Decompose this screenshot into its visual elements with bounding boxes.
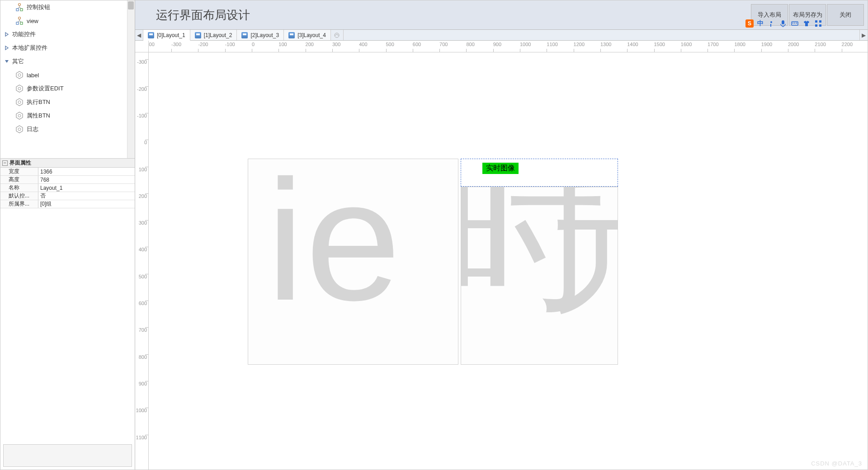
sogou-ime-icon[interactable]: S — [745, 19, 754, 28]
hex-icon — [15, 111, 24, 120]
tree-node-3[interactable]: 本地扩展控件 — [0, 41, 135, 55]
ruler-v-tick: 600 — [135, 301, 148, 306]
ime-toolbox-icon[interactable] — [814, 19, 822, 28]
realtime-image-label[interactable]: 实时图像 — [482, 163, 519, 174]
property-key: 所属界... — [0, 200, 38, 208]
properties-header[interactable]: − 界面属性 — [0, 159, 135, 168]
ime-lang-indicator[interactable]: 中 — [757, 19, 764, 28]
ruler-h-tick: 1500 — [654, 41, 665, 52]
component-tree: 控制按钮view功能控件本地扩展控件其它label参数设置EDIT执行BTN属性… — [0, 0, 135, 159]
property-editor[interactable] — [3, 444, 132, 467]
page-title: 运行界面布局设计 — [156, 7, 250, 23]
ruler-v-tick: 200 — [135, 193, 148, 199]
ruler-h-tick: 700 — [439, 41, 448, 52]
property-key: 默认控... — [0, 192, 38, 200]
collapse-icon[interactable] — [3, 58, 10, 65]
tree-node-0[interactable]: 控制按钮 — [0, 0, 135, 14]
svg-rect-19 — [815, 20, 817, 23]
design-canvas[interactable]: ie 实时图像 时 元 CSDN @DATA_3 — [149, 52, 868, 470]
ruler-h-tick: 1300 — [600, 41, 611, 52]
property-key: 宽度 — [0, 168, 38, 175]
property-value[interactable]: [0]组 — [38, 200, 135, 208]
tab-scroll-right[interactable]: ▶ — [859, 30, 868, 40]
ruler-h-tick: 100 — [278, 41, 287, 52]
ruler-h-tick: 2000 — [788, 41, 799, 52]
expand-icon[interactable] — [3, 44, 10, 52]
svg-point-3 — [19, 17, 21, 19]
tree-label: label — [27, 72, 39, 79]
ruler-v-tick: 900 — [135, 381, 148, 386]
property-value[interactable]: 否 — [38, 192, 135, 200]
layout-tab-1[interactable]: [1]Layout_2 — [190, 30, 237, 40]
ruler-v-tick: 400 — [135, 247, 148, 252]
layout-tab-label: [2]Layout_3 — [250, 32, 279, 38]
layout-tab-label: [3]Layout_4 — [297, 32, 326, 38]
property-row-3[interactable]: 默认控...否 — [0, 192, 135, 200]
ruler-h-tick: 900 — [493, 41, 501, 52]
ruler-h-tick: 400 — [359, 41, 367, 52]
ime-keyboard-icon[interactable] — [791, 19, 799, 28]
flow-icon — [15, 3, 24, 12]
tree-label: 日志 — [27, 125, 38, 133]
svg-rect-14 — [782, 20, 784, 24]
svg-point-0 — [19, 4, 21, 6]
tree-node-4[interactable]: 其它 — [0, 55, 135, 68]
collapse-icon[interactable]: − — [2, 160, 8, 166]
tree-node-1[interactable]: view — [0, 14, 135, 28]
property-row-4[interactable]: 所属界...[0]组 — [0, 200, 135, 208]
main-area: 运行界面布局设计 导入布局 布局另存为 关闭 S 中 ◀ [0]Layout_1… — [135, 0, 868, 470]
property-value[interactable]: Layout_1 — [38, 184, 135, 192]
ime-skin-icon[interactable] — [802, 19, 811, 28]
tree-label: 功能控件 — [12, 30, 36, 38]
hex-icon — [15, 125, 24, 134]
ruler-h-tick: 300 — [332, 41, 340, 52]
flow-icon — [15, 16, 24, 25]
tree-scrollbar[interactable] — [127, 0, 135, 158]
property-value[interactable]: 1366 — [38, 168, 135, 175]
svg-rect-1 — [16, 9, 19, 11]
ime-punct-icon[interactable] — [767, 19, 775, 28]
property-value[interactable]: 768 — [38, 176, 135, 183]
ruler-v-tick: 100 — [135, 167, 148, 172]
ruler-h-tick: -200 — [198, 41, 208, 52]
layout-tab-icon — [148, 32, 154, 38]
ruler-h-tick: 500 — [386, 41, 394, 52]
properties-panel: − 界面属性 宽度1366高度768名称Layout_1默认控...否所属界..… — [0, 159, 135, 285]
property-row-2[interactable]: 名称Layout_1 — [0, 184, 135, 192]
ruler-h-tick: 2200 — [842, 41, 853, 52]
layout-tab-2[interactable]: [2]Layout_3 — [237, 30, 284, 40]
tree-node-9[interactable]: 日志 — [0, 122, 135, 136]
layout-tab-0[interactable]: [0]Layout_1 — [143, 30, 190, 41]
svg-point-8 — [18, 101, 21, 103]
svg-rect-2 — [20, 9, 23, 11]
tree-label: 执行BTN — [27, 98, 50, 106]
tree-node-2[interactable]: 功能控件 — [0, 28, 135, 41]
close-button[interactable]: 关闭 — [827, 4, 864, 26]
layout-tab-3[interactable]: [3]Layout_4 — [284, 30, 331, 40]
ruler-v-tick: 1000 — [135, 408, 148, 413]
ruler-v-tick: -100 — [135, 113, 148, 118]
svg-rect-21 — [815, 24, 817, 27]
tree-node-8[interactable]: 属性BTN — [0, 109, 135, 122]
tree-label: 控制按钮 — [27, 3, 50, 11]
expand-icon[interactable] — [3, 31, 10, 38]
property-row-1[interactable]: 高度768 — [0, 176, 135, 184]
tree-node-5[interactable]: label — [0, 68, 135, 82]
ruler-v-tick: 800 — [135, 354, 148, 360]
tree-scrollbar-thumb[interactable] — [128, 1, 134, 9]
svg-point-7 — [18, 87, 21, 90]
add-tab-button[interactable] — [331, 30, 344, 40]
tree-node-6[interactable]: 参数设置EDIT — [0, 82, 135, 95]
layout-tab-label: [0]Layout_1 — [157, 32, 185, 38]
tree-node-7[interactable]: 执行BTN — [0, 95, 135, 109]
svg-point-9 — [18, 114, 21, 117]
property-row-0[interactable]: 宽度1366 — [0, 168, 135, 176]
layout-box-left[interactable]: ie — [248, 159, 458, 365]
svg-rect-18 — [796, 23, 797, 24]
layout-box-right[interactable]: 时 元 — [461, 187, 618, 365]
ime-mic-icon[interactable] — [779, 19, 787, 28]
tab-scroll-left[interactable]: ◀ — [135, 30, 143, 40]
property-key: 名称 — [0, 184, 38, 192]
ruler-h-tick: 800 — [466, 41, 474, 52]
ruler-vertical: -400-300-200-100010020030040050060070080… — [135, 41, 149, 470]
